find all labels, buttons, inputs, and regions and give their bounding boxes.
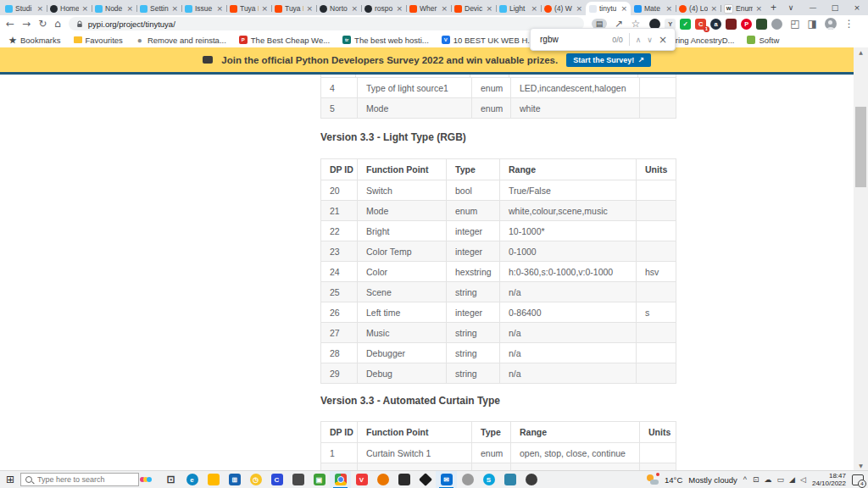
tab-close-icon[interactable]: × xyxy=(531,4,537,13)
find-input[interactable] xyxy=(538,34,606,45)
edge-icon[interactable]: e xyxy=(181,471,203,488)
blender-icon[interactable] xyxy=(372,471,393,488)
browser-tab[interactable]: (4) W × xyxy=(541,2,586,15)
browser-tab[interactable]: Devic × xyxy=(451,2,496,15)
tab-close-icon[interactable]: × xyxy=(126,4,133,13)
tray-chevron-icon[interactable]: ^ xyxy=(743,475,747,484)
browser-tab[interactable]: rospo × xyxy=(361,2,406,15)
amazon-extension-icon[interactable]: a xyxy=(710,19,721,30)
close-button[interactable]: × xyxy=(846,3,868,12)
tab-close-icon[interactable]: × xyxy=(396,4,403,13)
mail-icon[interactable]: ✉ xyxy=(436,471,457,488)
inkscape-icon[interactable] xyxy=(415,471,436,488)
scroll-up-icon[interactable]: ▲ xyxy=(854,49,868,55)
vivaldi-icon[interactable]: V xyxy=(351,471,372,488)
start-button[interactable]: ⊞ xyxy=(0,474,20,485)
app-teal-icon[interactable] xyxy=(499,471,520,488)
reload-icon[interactable]: ↻ xyxy=(38,19,47,29)
tab-close-icon[interactable]: × xyxy=(620,4,627,13)
app-dark2-icon[interactable] xyxy=(520,471,542,488)
volume-icon[interactable]: ◁ xyxy=(800,475,806,484)
minimize-button[interactable]: — xyxy=(802,3,824,12)
menu-icon[interactable]: ⋮ xyxy=(844,19,854,29)
browser-tab[interactable]: Light × xyxy=(496,2,541,15)
bookmark-item[interactable]: V 10 BEST UK WEB H... xyxy=(442,36,534,45)
find-previous-icon[interactable]: ∧ xyxy=(636,36,642,44)
bookmark-item[interactable]: ★ Bookmarks xyxy=(8,36,61,45)
browser-tab[interactable]: Norto × xyxy=(316,2,361,15)
browser-tab[interactable]: tinytu × xyxy=(586,2,631,15)
pinterest-extension-icon[interactable]: P xyxy=(741,19,752,30)
bookmark-item[interactable]: tr The best web hosti... xyxy=(342,36,429,45)
app-dark-icon[interactable] xyxy=(287,471,309,488)
browser-tab[interactable]: Settin × xyxy=(136,2,181,15)
weather-icon[interactable] xyxy=(647,474,659,485)
darkgreen-extension-icon[interactable] xyxy=(756,19,767,30)
bookmark-item[interactable]: Softw xyxy=(747,36,779,45)
onedrive-icon[interactable]: ☁ xyxy=(765,475,772,484)
scrollbar-thumb[interactable] xyxy=(855,107,866,187)
new-tab-button[interactable]: + xyxy=(771,2,776,14)
address-bar[interactable]: pypi.org/project/tinytuya/ xyxy=(69,17,584,30)
start-survey-button[interactable]: Start the Survey!↗ xyxy=(566,53,651,67)
tab-close-icon[interactable]: × xyxy=(261,4,268,13)
find-next-icon[interactable]: ∨ xyxy=(647,36,653,44)
profile-avatar[interactable] xyxy=(825,18,837,30)
browser-tab[interactable]: (4) Lo × xyxy=(676,2,721,15)
browser-tab[interactable]: Tuya I × xyxy=(226,2,271,15)
browser-tab[interactable]: Issue × xyxy=(181,2,226,15)
tab-close-icon[interactable]: × xyxy=(171,4,178,13)
side-panel-icon[interactable]: ◨ xyxy=(808,19,817,29)
maximize-button[interactable]: □ xyxy=(824,3,846,12)
battery-icon[interactable]: ▭ xyxy=(777,475,785,484)
microsoft-store-icon[interactable]: ⊞ xyxy=(224,471,245,488)
find-close-icon[interactable]: × xyxy=(659,34,667,46)
scroll-down-icon[interactable]: ▼ xyxy=(854,463,868,469)
back-icon[interactable]: ← xyxy=(6,19,14,29)
check-extension-icon[interactable]: ✓ xyxy=(680,19,691,30)
c-extension-icon[interactable]: C1 xyxy=(695,19,706,30)
tab-close-icon[interactable]: × xyxy=(306,4,313,13)
home-icon[interactable]: ⌂ xyxy=(54,19,61,29)
app-phone-icon[interactable] xyxy=(393,471,415,488)
bookmark-item[interactable]: P The Best Cheap We... xyxy=(239,36,330,45)
forward-icon[interactable]: → xyxy=(22,19,31,29)
tab-close-icon[interactable]: × xyxy=(576,4,582,13)
browser-tab[interactable]: W Enum × xyxy=(721,2,765,15)
task-view-icon[interactable]: ⊡ xyxy=(160,471,181,488)
notification-center-icon[interactable]: 4 xyxy=(852,474,864,485)
darkred-extension-icon[interactable] xyxy=(726,19,737,30)
tab-close-icon[interactable]: × xyxy=(755,4,762,13)
taskbar-clock[interactable]: 18:47 24/10/2022 xyxy=(812,472,846,487)
search-highlight-icon[interactable] xyxy=(142,477,152,482)
search-input[interactable] xyxy=(36,474,134,485)
bookmark-item[interactable]: ● Remove and reinsta... xyxy=(136,36,226,45)
browser-tab[interactable]: Tuya I × xyxy=(271,2,316,15)
puzzle-extensions-icon[interactable]: ◰ xyxy=(790,19,799,29)
browser-tab[interactable]: Mate × xyxy=(631,2,676,15)
tab-close-icon[interactable]: × xyxy=(36,4,43,13)
page-scrollbar[interactable]: ▲ ▼ xyxy=(854,47,868,470)
tab-close-icon[interactable]: × xyxy=(486,4,492,13)
network-icon[interactable]: ◢ xyxy=(789,475,795,484)
tray-app-icon[interactable]: ⊡ xyxy=(753,475,760,484)
bookmark-item[interactable]: Favourites xyxy=(74,36,123,45)
file-explorer-icon[interactable] xyxy=(203,471,224,488)
photos-icon[interactable]: ▣ xyxy=(309,471,330,488)
tab-close-icon[interactable]: × xyxy=(81,4,88,13)
grey-extension-icon[interactable] xyxy=(771,19,782,30)
tab-close-icon[interactable]: × xyxy=(351,4,358,13)
browser-tab[interactable]: Home × xyxy=(47,2,92,15)
tab-close-icon[interactable]: × xyxy=(665,4,672,13)
chrome-icon[interactable] xyxy=(330,471,351,488)
app-grey-icon[interactable] xyxy=(457,471,478,488)
browser-tab[interactable]: Studi × xyxy=(2,2,47,15)
alarms-icon[interactable]: ◷ xyxy=(245,471,266,488)
tab-close-icon[interactable]: × xyxy=(216,4,223,13)
browser-tab[interactable]: Wher × xyxy=(406,2,451,15)
tab-close-icon[interactable]: × xyxy=(441,4,448,13)
skype-icon[interactable]: S xyxy=(478,471,499,488)
taskbar-search[interactable] xyxy=(20,473,139,486)
tab-close-icon[interactable]: × xyxy=(710,4,717,13)
app-c-icon[interactable]: C xyxy=(266,471,287,488)
